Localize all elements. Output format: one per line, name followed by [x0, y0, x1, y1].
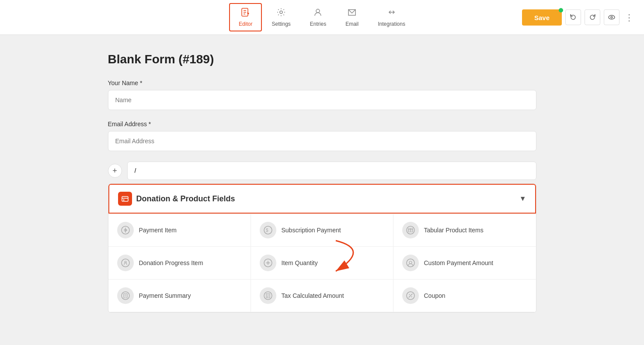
- tab-integrations-label: Integrations: [378, 21, 405, 27]
- svg-point-9: [123, 200, 124, 201]
- tab-editor-label: Editor: [239, 21, 252, 27]
- nav-tabs: Editor Settings Entries: [229, 3, 415, 31]
- payment-summary-label: Payment Summary: [139, 292, 191, 299]
- list-item[interactable]: Coupon: [393, 279, 536, 312]
- top-nav: Editor Settings Entries: [0, 0, 644, 35]
- coupon-label: Coupon: [424, 292, 446, 299]
- coupon-icon: [402, 287, 419, 304]
- item-quantity-icon: [260, 255, 276, 271]
- main-content: Blank Form (#189) Your Name * Email Addr…: [82, 35, 563, 330]
- list-item[interactable]: Tax Calculated Amount: [251, 279, 393, 312]
- fields-grid: Payment Item $ Subscription Payment: [108, 214, 536, 312]
- item-quantity-label: Item Quantity: [282, 259, 318, 266]
- settings-icon: [276, 7, 286, 19]
- more-options-button[interactable]: ⋮: [623, 10, 635, 24]
- undo-button[interactable]: [565, 10, 581, 25]
- tax-calculated-icon: [260, 287, 276, 304]
- editor-icon: [241, 7, 251, 19]
- custom-payment-icon: [402, 255, 419, 271]
- svg-point-18: [125, 261, 126, 263]
- list-item[interactable]: Payment Summary: [108, 279, 251, 312]
- email-label: Email Address *: [108, 121, 536, 128]
- donation-header-left: Donation & Product Fields: [118, 192, 235, 206]
- donation-progress-icon: [117, 255, 134, 271]
- chevron-down-icon: ▼: [519, 195, 526, 203]
- tab-email[interactable]: Email: [336, 3, 368, 31]
- donation-header[interactable]: Donation & Product Fields ▼: [108, 184, 536, 214]
- svg-rect-25: [124, 293, 127, 298]
- entries-icon: [313, 7, 323, 19]
- donation-progress-label: Donation Progress Item: [139, 259, 203, 266]
- svg-point-34: [409, 294, 410, 295]
- payment-summary-icon: [117, 287, 134, 304]
- donation-section-icon: [118, 192, 132, 206]
- list-item[interactable]: Payment Item: [108, 214, 251, 247]
- svg-point-28: [264, 292, 272, 300]
- list-item[interactable]: Donation Progress Item: [108, 247, 251, 279]
- integrations-icon: [387, 7, 397, 19]
- redo-button[interactable]: [585, 10, 600, 25]
- tabular-product-icon: [402, 222, 419, 238]
- svg-rect-8: [122, 197, 128, 201]
- list-item[interactable]: Tabular Product Items: [393, 214, 536, 247]
- tab-settings-label: Settings: [272, 21, 290, 27]
- custom-payment-label: Custom Payment Amount: [424, 259, 494, 266]
- save-indicator: [559, 8, 563, 12]
- tab-integrations[interactable]: Integrations: [368, 3, 415, 31]
- email-input[interactable]: [108, 131, 536, 151]
- payment-item-label: Payment Item: [139, 227, 177, 234]
- save-button[interactable]: Save: [522, 9, 562, 25]
- your-name-field: Your Name *: [108, 79, 536, 110]
- tab-email-label: Email: [345, 21, 359, 27]
- payment-item-icon: [117, 222, 134, 238]
- search-bar-container: +: [108, 162, 536, 180]
- donation-section-title: Donation & Product Fields: [136, 194, 235, 204]
- tabular-product-label: Tabular Product Items: [424, 227, 484, 234]
- list-item[interactable]: Item Quantity: [251, 247, 393, 279]
- email-field: Email Address *: [108, 121, 536, 151]
- svg-point-6: [609, 15, 615, 19]
- donation-section: Donation & Product Fields ▼ Payment Item: [108, 183, 536, 313]
- your-name-label: Your Name *: [108, 79, 536, 86]
- svg-point-7: [611, 17, 613, 18]
- tab-settings[interactable]: Settings: [262, 3, 300, 31]
- svg-point-24: [122, 292, 129, 300]
- form-title: Blank Form (#189): [108, 52, 536, 66]
- svg-point-22: [407, 259, 414, 267]
- svg-point-4: [280, 11, 282, 14]
- tab-entries-label: Entries: [310, 21, 326, 27]
- subscription-payment-label: Subscription Payment: [282, 227, 341, 234]
- list-item[interactable]: Custom Payment Amount: [393, 247, 536, 279]
- field-search-input[interactable]: [127, 162, 536, 180]
- svg-text:$: $: [266, 228, 268, 233]
- your-name-input[interactable]: [108, 90, 536, 110]
- nav-right-actions: Save ⋮: [522, 9, 635, 25]
- tax-calculated-label: Tax Calculated Amount: [282, 292, 344, 299]
- svg-point-35: [411, 297, 412, 297]
- email-icon: [347, 7, 357, 19]
- svg-point-23: [409, 261, 412, 264]
- subscription-payment-icon: $: [260, 222, 276, 238]
- svg-point-5: [316, 9, 320, 13]
- tab-entries[interactable]: Entries: [300, 3, 336, 31]
- preview-button[interactable]: [604, 10, 620, 25]
- add-field-button[interactable]: +: [108, 164, 122, 178]
- tab-editor[interactable]: Editor: [229, 3, 262, 31]
- list-item[interactable]: $ Subscription Payment: [251, 214, 393, 247]
